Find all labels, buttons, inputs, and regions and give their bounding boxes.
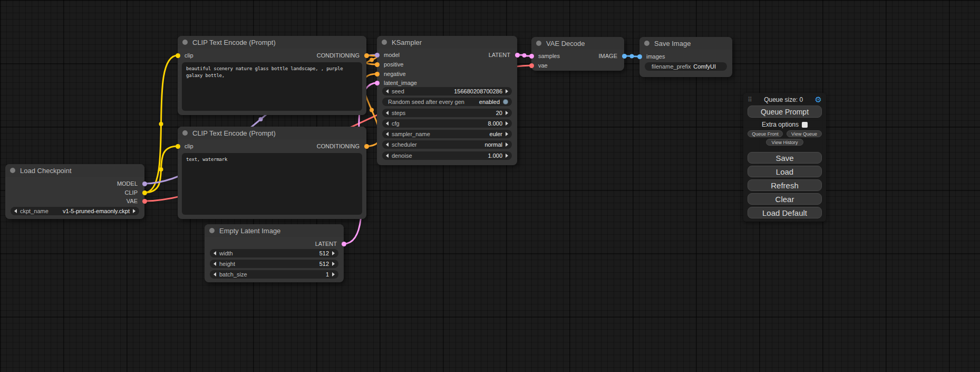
- width-widget[interactable]: width 512: [210, 249, 338, 257]
- vae-input-dot[interactable]: [529, 63, 534, 68]
- clip-input-dot[interactable]: [176, 144, 180, 149]
- samples-input-dot[interactable]: [529, 54, 534, 59]
- prev-value-arrow-icon[interactable]: [14, 209, 17, 213]
- decrement-arrow-icon[interactable]: [386, 154, 389, 158]
- increment-arrow-icon[interactable]: [506, 121, 508, 126]
- scheduler-widget[interactable]: scheduler normal: [382, 140, 512, 149]
- random-seed-toggle-widget[interactable]: Random seed after every gen enabled: [382, 98, 512, 106]
- conditioning-output-dot[interactable]: [364, 53, 369, 58]
- toggle-dot-icon[interactable]: [503, 99, 508, 104]
- latent-output-dot[interactable]: [515, 53, 520, 58]
- extra-options-label: Extra options: [762, 121, 799, 128]
- clip-output-dot[interactable]: [142, 190, 147, 195]
- decrement-arrow-icon[interactable]: [214, 251, 216, 255]
- widget-value: 1: [326, 271, 329, 278]
- latent-output-dot[interactable]: [342, 242, 346, 246]
- view-queue-button[interactable]: View Queue: [787, 130, 822, 137]
- height-widget[interactable]: height 512: [210, 260, 338, 268]
- image-output-dot[interactable]: [622, 54, 627, 59]
- node-ksampler[interactable]: KSampler model positive negative latent_…: [377, 36, 517, 165]
- widget-label: seed: [392, 88, 404, 94]
- queue-prompt-button[interactable]: Queue Prompt: [748, 106, 822, 118]
- increment-arrow-icon[interactable]: [506, 111, 508, 115]
- output-slot-vae: VAE: [127, 197, 144, 205]
- collapse-toggle-icon[interactable]: [182, 40, 188, 45]
- input-slot-clip: clip: [178, 142, 193, 150]
- collapse-toggle-icon[interactable]: [644, 41, 649, 46]
- widget-label: ckpt_name: [20, 208, 48, 214]
- batch-size-widget[interactable]: batch_size 1: [210, 270, 338, 279]
- comfyui-graph-canvas[interactable]: Load Checkpoint MODEL CLIP VAE ckpt_name…: [0, 0, 980, 372]
- prev-value-arrow-icon[interactable]: [386, 132, 389, 136]
- negative-input-dot[interactable]: [375, 72, 380, 77]
- decrement-arrow-icon[interactable]: [386, 121, 389, 126]
- node-title-bar[interactable]: Load Checkpoint: [5, 164, 144, 177]
- increment-arrow-icon[interactable]: [506, 89, 508, 93]
- increment-arrow-icon[interactable]: [332, 262, 335, 266]
- node-load-checkpoint[interactable]: Load Checkpoint MODEL CLIP VAE ckpt_name…: [5, 164, 144, 219]
- node-title: VAE Decode: [546, 40, 585, 47]
- widget-label: scheduler: [392, 141, 417, 148]
- node-title-bar[interactable]: Empty Latent Image: [205, 224, 344, 237]
- model-output-dot[interactable]: [142, 182, 147, 186]
- images-input-dot[interactable]: [637, 54, 642, 59]
- decrement-arrow-icon[interactable]: [214, 272, 216, 276]
- queue-front-button[interactable]: Queue Front: [748, 130, 783, 137]
- node-title-bar[interactable]: Save Image: [639, 37, 732, 50]
- widget-value: 156680208700286: [454, 88, 502, 94]
- widget-value: v1-5-pruned-emaonly.ckpt: [63, 208, 130, 214]
- steps-widget[interactable]: steps 20: [382, 109, 512, 117]
- node-title-bar[interactable]: VAE Decode: [531, 37, 624, 50]
- drag-handle-icon[interactable]: ⠿: [748, 97, 752, 103]
- latent-image-input-dot[interactable]: [375, 81, 380, 85]
- widget-label: height: [219, 261, 235, 267]
- next-value-arrow-icon[interactable]: [133, 209, 135, 213]
- decrement-arrow-icon[interactable]: [386, 89, 389, 93]
- load-default-button[interactable]: Load Default: [748, 207, 822, 218]
- node-title-bar[interactable]: KSampler: [377, 36, 517, 49]
- prev-value-arrow-icon[interactable]: [386, 142, 389, 147]
- clear-button[interactable]: Clear: [748, 193, 822, 205]
- collapse-toggle-icon[interactable]: [182, 130, 188, 136]
- decrement-arrow-icon[interactable]: [386, 111, 389, 115]
- model-input-dot[interactable]: [375, 53, 380, 58]
- filename-prefix-widget[interactable]: filename_prefix ComfyUI: [645, 62, 727, 71]
- positive-prompt-textarea[interactable]: beautiful scenery nature glass bottle la…: [182, 62, 362, 111]
- node-vae-decode[interactable]: VAE Decode samples vae IMAGE: [531, 37, 624, 71]
- collapse-toggle-icon[interactable]: [536, 41, 541, 46]
- positive-input-dot[interactable]: [375, 62, 380, 67]
- refresh-button[interactable]: Refresh: [748, 179, 822, 191]
- next-value-arrow-icon[interactable]: [506, 142, 508, 147]
- increment-arrow-icon[interactable]: [332, 272, 335, 276]
- collapse-toggle-icon[interactable]: [382, 40, 387, 45]
- node-title-bar[interactable]: CLIP Text Encode (Prompt): [178, 36, 366, 49]
- denoise-widget[interactable]: denoise 1.000: [382, 151, 512, 160]
- widget-value: 1.000: [488, 152, 502, 159]
- cfg-widget[interactable]: cfg 8.000: [382, 119, 512, 128]
- collapse-toggle-icon[interactable]: [209, 228, 215, 233]
- load-button[interactable]: Load: [748, 166, 822, 177]
- clip-input-dot[interactable]: [176, 53, 180, 58]
- conditioning-output-dot[interactable]: [364, 144, 369, 149]
- slot-label: positive: [384, 61, 403, 68]
- settings-gear-icon[interactable]: ⚙: [815, 96, 822, 103]
- comfy-menu-panel[interactable]: ⠿ Queue size: 0 ⚙ Queue Prompt Extra opt…: [743, 93, 826, 222]
- collapse-toggle-icon[interactable]: [10, 168, 15, 173]
- node-clip-text-encode-positive[interactable]: CLIP Text Encode (Prompt) clip CONDITION…: [178, 36, 366, 115]
- extra-options-checkbox[interactable]: [802, 122, 808, 128]
- node-clip-text-encode-negative[interactable]: CLIP Text Encode (Prompt) clip CONDITION…: [178, 127, 366, 219]
- decrement-arrow-icon[interactable]: [214, 262, 216, 266]
- vae-output-dot[interactable]: [142, 199, 147, 204]
- save-button[interactable]: Save: [748, 152, 822, 164]
- ckpt-name-widget[interactable]: ckpt_name v1-5-pruned-emaonly.ckpt: [11, 207, 139, 215]
- increment-arrow-icon[interactable]: [506, 154, 508, 158]
- node-save-image[interactable]: Save Image images filename_prefix ComfyU…: [639, 37, 732, 77]
- sampler-name-widget[interactable]: sampler_name euler: [382, 130, 512, 138]
- increment-arrow-icon[interactable]: [332, 251, 335, 255]
- next-value-arrow-icon[interactable]: [506, 132, 508, 136]
- node-title-bar[interactable]: CLIP Text Encode (Prompt): [178, 127, 366, 139]
- seed-widget[interactable]: seed 156680208700286: [382, 87, 512, 96]
- node-empty-latent-image[interactable]: Empty Latent Image LATENT width 512 heig…: [205, 224, 344, 282]
- view-history-button[interactable]: View History: [766, 139, 803, 146]
- negative-prompt-textarea[interactable]: text, watermark: [182, 153, 362, 215]
